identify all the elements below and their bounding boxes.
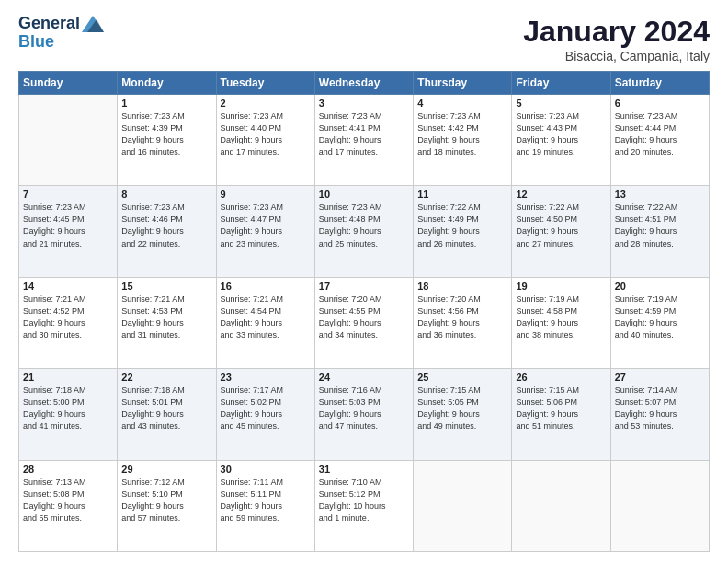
day-info: Sunrise: 7:23 AM Sunset: 4:45 PM Dayligh… [23,201,113,249]
calendar-cell: 27Sunrise: 7:14 AM Sunset: 5:07 PM Dayli… [610,369,709,460]
day-number: 9 [221,189,311,200]
day-info: Sunrise: 7:18 AM Sunset: 5:00 PM Dayligh… [23,385,113,432]
calendar-cell: 10Sunrise: 7:23 AM Sunset: 4:48 PM Dayli… [314,186,413,277]
day-info: Sunrise: 7:21 AM Sunset: 4:53 PM Dayligh… [121,293,211,341]
calendar-cell: 31Sunrise: 7:10 AM Sunset: 5:12 PM Dayli… [314,460,413,551]
day-info: Sunrise: 7:18 AM Sunset: 5:01 PM Dayligh… [121,385,211,432]
calendar-cell: 23Sunrise: 7:17 AM Sunset: 5:02 PM Dayli… [216,369,314,460]
day-number: 16 [221,281,311,292]
day-number: 31 [319,464,409,475]
col-header-tuesday: Tuesday [216,72,314,95]
day-info: Sunrise: 7:22 AM Sunset: 4:49 PM Dayligh… [417,201,507,249]
day-number: 23 [221,372,311,383]
day-info: Sunrise: 7:23 AM Sunset: 4:47 PM Dayligh… [221,201,311,249]
day-number: 20 [615,281,705,292]
calendar-cell: 19Sunrise: 7:19 AM Sunset: 4:58 PM Dayli… [512,277,610,368]
location: Bisaccia, Campania, Italy [523,49,710,63]
calendar-cell [610,460,709,551]
calendar-cell: 21Sunrise: 7:18 AM Sunset: 5:00 PM Dayli… [19,369,118,460]
day-info: Sunrise: 7:23 AM Sunset: 4:42 PM Dayligh… [417,110,507,158]
header: General Blue January 2024 Bisaccia, Camp… [18,15,710,63]
calendar-cell: 29Sunrise: 7:12 AM Sunset: 5:10 PM Dayli… [118,460,216,551]
calendar-cell [512,460,610,551]
calendar-cell: 18Sunrise: 7:20 AM Sunset: 4:56 PM Dayli… [414,277,512,368]
calendar-cell: 24Sunrise: 7:16 AM Sunset: 5:03 PM Dayli… [314,369,413,460]
week-row-1: 1Sunrise: 7:23 AM Sunset: 4:39 PM Daylig… [19,95,710,186]
day-number: 6 [615,98,705,109]
week-row-4: 21Sunrise: 7:18 AM Sunset: 5:00 PM Dayli… [19,369,710,460]
day-info: Sunrise: 7:19 AM Sunset: 4:59 PM Dayligh… [615,293,705,341]
calendar-cell: 12Sunrise: 7:22 AM Sunset: 4:50 PM Dayli… [512,186,610,277]
day-number: 14 [23,281,113,292]
week-row-3: 14Sunrise: 7:21 AM Sunset: 4:52 PM Dayli… [19,277,710,368]
day-info: Sunrise: 7:21 AM Sunset: 4:52 PM Dayligh… [23,293,113,341]
day-info: Sunrise: 7:17 AM Sunset: 5:02 PM Dayligh… [221,385,311,432]
calendar-cell: 5Sunrise: 7:23 AM Sunset: 4:43 PM Daylig… [512,95,610,186]
calendar-cell: 14Sunrise: 7:21 AM Sunset: 4:52 PM Dayli… [19,277,118,368]
calendar-cell: 2Sunrise: 7:23 AM Sunset: 4:40 PM Daylig… [216,95,314,186]
day-number: 25 [417,372,507,383]
day-number: 11 [417,189,507,200]
col-header-friday: Friday [512,72,610,95]
week-row-5: 28Sunrise: 7:13 AM Sunset: 5:08 PM Dayli… [19,460,710,551]
calendar-cell [414,460,512,551]
day-info: Sunrise: 7:21 AM Sunset: 4:54 PM Dayligh… [221,293,311,341]
day-info: Sunrise: 7:20 AM Sunset: 4:55 PM Dayligh… [319,293,409,341]
day-number: 7 [23,189,113,200]
day-info: Sunrise: 7:11 AM Sunset: 5:11 PM Dayligh… [221,477,311,524]
col-header-monday: Monday [118,72,216,95]
calendar-cell: 20Sunrise: 7:19 AM Sunset: 4:59 PM Dayli… [610,277,709,368]
day-info: Sunrise: 7:16 AM Sunset: 5:03 PM Dayligh… [319,385,409,432]
day-number: 15 [121,281,211,292]
calendar-cell: 30Sunrise: 7:11 AM Sunset: 5:11 PM Dayli… [216,460,314,551]
header-row: SundayMondayTuesdayWednesdayThursdayFrid… [19,72,710,95]
col-header-sunday: Sunday [19,72,118,95]
day-number: 3 [319,98,409,109]
calendar-cell: 22Sunrise: 7:18 AM Sunset: 5:01 PM Dayli… [118,369,216,460]
day-number: 21 [23,372,113,383]
logo-blue: Blue [18,33,54,52]
day-number: 18 [417,281,507,292]
day-info: Sunrise: 7:15 AM Sunset: 5:05 PM Dayligh… [417,385,507,432]
col-header-wednesday: Wednesday [314,72,413,95]
day-info: Sunrise: 7:19 AM Sunset: 4:58 PM Dayligh… [516,293,606,341]
day-info: Sunrise: 7:13 AM Sunset: 5:08 PM Dayligh… [23,477,113,524]
day-info: Sunrise: 7:22 AM Sunset: 4:50 PM Dayligh… [516,201,606,249]
calendar-cell: 15Sunrise: 7:21 AM Sunset: 4:53 PM Dayli… [118,277,216,368]
calendar-table: SundayMondayTuesdayWednesdayThursdayFrid… [18,71,710,552]
calendar-cell: 3Sunrise: 7:23 AM Sunset: 4:41 PM Daylig… [314,95,413,186]
day-info: Sunrise: 7:23 AM Sunset: 4:48 PM Dayligh… [319,201,409,249]
calendar-cell: 8Sunrise: 7:23 AM Sunset: 4:46 PM Daylig… [118,186,216,277]
day-number: 8 [121,189,211,200]
day-info: Sunrise: 7:23 AM Sunset: 4:46 PM Dayligh… [121,201,211,249]
calendar-cell: 17Sunrise: 7:20 AM Sunset: 4:55 PM Dayli… [314,277,413,368]
day-number: 30 [221,464,311,475]
calendar-cell: 1Sunrise: 7:23 AM Sunset: 4:39 PM Daylig… [118,95,216,186]
day-info: Sunrise: 7:23 AM Sunset: 4:39 PM Dayligh… [121,110,211,158]
calendar-cell: 28Sunrise: 7:13 AM Sunset: 5:08 PM Dayli… [19,460,118,551]
day-number: 24 [319,372,409,383]
day-number: 28 [23,464,113,475]
calendar-cell: 13Sunrise: 7:22 AM Sunset: 4:51 PM Dayli… [610,186,709,277]
logo-general: General [18,15,80,33]
calendar-cell: 26Sunrise: 7:15 AM Sunset: 5:06 PM Dayli… [512,369,610,460]
day-info: Sunrise: 7:23 AM Sunset: 4:44 PM Dayligh… [615,110,705,158]
page: General Blue January 2024 Bisaccia, Camp… [0,0,728,563]
calendar-cell: 4Sunrise: 7:23 AM Sunset: 4:42 PM Daylig… [414,95,512,186]
day-number: 22 [121,372,211,383]
calendar-cell: 6Sunrise: 7:23 AM Sunset: 4:44 PM Daylig… [610,95,709,186]
day-info: Sunrise: 7:10 AM Sunset: 5:12 PM Dayligh… [319,477,409,524]
day-info: Sunrise: 7:22 AM Sunset: 4:51 PM Dayligh… [615,201,705,249]
day-info: Sunrise: 7:14 AM Sunset: 5:07 PM Dayligh… [615,385,705,432]
calendar-cell: 9Sunrise: 7:23 AM Sunset: 4:47 PM Daylig… [216,186,314,277]
logo: General Blue [18,15,104,52]
calendar-cell [19,95,118,186]
day-info: Sunrise: 7:20 AM Sunset: 4:56 PM Dayligh… [417,293,507,341]
day-info: Sunrise: 7:23 AM Sunset: 4:43 PM Dayligh… [516,110,606,158]
day-number: 12 [516,189,606,200]
calendar-cell: 25Sunrise: 7:15 AM Sunset: 5:05 PM Dayli… [414,369,512,460]
day-number: 19 [516,281,606,292]
calendar-cell: 7Sunrise: 7:23 AM Sunset: 4:45 PM Daylig… [19,186,118,277]
month-title: January 2024 [523,15,710,49]
day-number: 4 [417,98,507,109]
